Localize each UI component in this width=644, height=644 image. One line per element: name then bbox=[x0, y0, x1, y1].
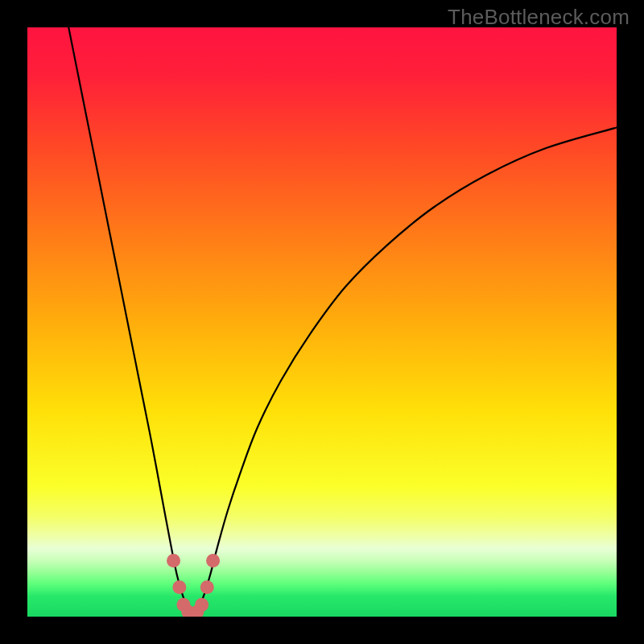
chart-svg bbox=[27, 27, 617, 617]
plot-area bbox=[27, 27, 617, 617]
curve-marker bbox=[206, 554, 220, 568]
gradient-background bbox=[27, 27, 617, 617]
curve-marker bbox=[167, 554, 180, 568]
curve-marker bbox=[172, 580, 186, 594]
curve-marker bbox=[200, 580, 214, 594]
outer-frame: TheBottleneck.com bbox=[0, 0, 644, 644]
curve-marker bbox=[195, 598, 208, 612]
watermark-text: TheBottleneck.com bbox=[448, 5, 630, 30]
